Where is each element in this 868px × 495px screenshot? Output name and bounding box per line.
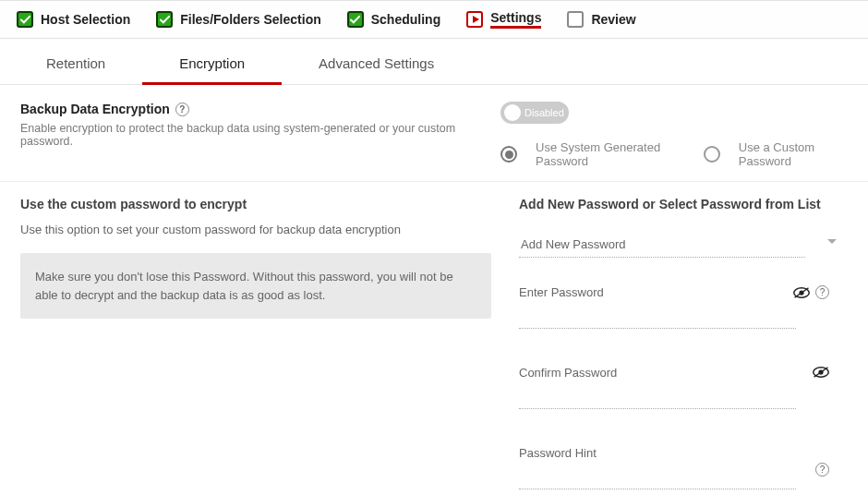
encryption-toggle[interactable]: Disabled xyxy=(500,102,569,124)
eye-off-icon[interactable] xyxy=(793,286,810,299)
custom-password-section: Use the custom password to encrypt Use t… xyxy=(0,182,868,495)
play-icon xyxy=(466,11,483,28)
confirm-password-input[interactable] xyxy=(519,383,796,409)
radio-custom-password[interactable] xyxy=(704,146,720,163)
help-icon[interactable]: ? xyxy=(815,463,829,477)
help-icon[interactable]: ? xyxy=(175,103,189,116)
check-icon xyxy=(17,11,33,28)
step-files-folders[interactable]: Files/Folders Selection xyxy=(156,11,321,28)
step-label: Settings xyxy=(490,10,541,29)
empty-checkbox-icon xyxy=(567,11,584,28)
radio-system-password[interactable] xyxy=(500,146,517,163)
custom-pw-description: Use this option to set your custom passw… xyxy=(20,223,491,236)
section-title: Backup Data Encryption xyxy=(20,102,170,116)
tab-advanced-settings[interactable]: Advanced Settings xyxy=(282,44,471,84)
password-hint-input[interactable] xyxy=(519,464,796,489)
radio-label: Use System Generated Password xyxy=(536,140,685,168)
eye-off-icon[interactable] xyxy=(813,366,829,379)
chevron-down-icon xyxy=(827,239,837,244)
help-icon[interactable]: ? xyxy=(815,285,829,299)
step-label: Review xyxy=(591,12,635,27)
toggle-label: Disabled xyxy=(524,107,564,118)
add-pw-title: Add New Password or Select Password from… xyxy=(519,197,848,211)
confirm-password-label: Confirm Password xyxy=(519,366,848,380)
step-settings[interactable]: Settings xyxy=(466,10,541,29)
step-host-selection[interactable]: Host Selection xyxy=(17,11,130,28)
password-warning: Make sure you don't lose this Password. … xyxy=(20,253,491,319)
check-icon xyxy=(156,11,173,28)
custom-pw-title: Use the custom password to encrypt xyxy=(20,197,491,211)
radio-label: Use a Custom Password xyxy=(739,140,848,168)
wizard-steps: Host Selection Files/Folders Selection S… xyxy=(0,0,868,39)
tab-encryption[interactable]: Encryption xyxy=(142,44,282,85)
password-hint-label: Password Hint xyxy=(519,446,848,460)
password-select-field[interactable] xyxy=(519,232,848,258)
step-label: Scheduling xyxy=(371,12,440,27)
encryption-header-section: Backup Data Encryption ? Enable encrypti… xyxy=(0,85,868,182)
enter-password-input[interactable] xyxy=(519,303,796,329)
settings-tabs: Retention Encryption Advanced Settings xyxy=(0,44,868,85)
password-select-dropdown[interactable] xyxy=(519,232,805,258)
tab-retention[interactable]: Retention xyxy=(9,44,142,84)
section-description: Enable encryption to protect the backup … xyxy=(20,122,500,148)
toggle-knob xyxy=(504,104,521,121)
step-review[interactable]: Review xyxy=(567,11,635,28)
step-label: Files/Folders Selection xyxy=(180,12,321,27)
step-label: Host Selection xyxy=(41,12,130,27)
step-scheduling[interactable]: Scheduling xyxy=(347,11,440,28)
check-icon xyxy=(347,11,364,28)
